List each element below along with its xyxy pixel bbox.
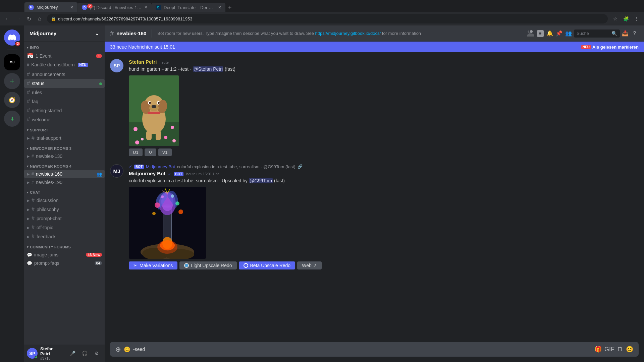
category-newcomer4[interactable]: ▾ NEWCOMER ROOMS 4 bbox=[24, 163, 105, 170]
link-icon[interactable]: 🔗 bbox=[298, 164, 303, 169]
sidebar-item-trial-support[interactable]: ▶ # trial-support bbox=[24, 134, 105, 142]
sidebar-item-image-jams[interactable]: 💬 image-jams 46 New bbox=[24, 251, 105, 259]
address-bar[interactable]: 🔒 discord.com/channels/66226797698429747… bbox=[47, 14, 608, 23]
inbox-icon[interactable]: 📥 bbox=[621, 29, 629, 38]
sidebar-item-philosophy[interactable]: ▶ # philosophy bbox=[24, 205, 105, 214]
tab-midjourney[interactable]: M Midjourney ✕ bbox=[24, 2, 78, 12]
explore-button[interactable]: 🧭 bbox=[4, 92, 20, 108]
settings-button[interactable]: ⚙ bbox=[91, 348, 102, 359]
new-badge-bar: NEU bbox=[581, 45, 591, 49]
expand-arrow-icon-disc: ▶ bbox=[27, 198, 30, 203]
sidebar-item-prompt-faqs[interactable]: 💬 prompt-faqs 84 bbox=[24, 259, 105, 267]
category-chat[interactable]: ▾ CHAT bbox=[24, 189, 105, 196]
members-toggle-button[interactable] bbox=[527, 29, 535, 38]
sidebar-item-faq[interactable]: # faq bbox=[24, 97, 105, 106]
channel-docs-link[interactable]: https://midjourney.gitbook.io/docs/ bbox=[315, 31, 381, 36]
members-icon: 👥 bbox=[97, 172, 102, 177]
sidebar-item-discussion[interactable]: ▶ # discussion bbox=[24, 196, 105, 205]
category-newcomer3[interactable]: ▾ NEWCOMER ROOMS 3 bbox=[24, 145, 105, 152]
sidebar-item-newbies-160[interactable]: ▶ # newbies-160 👥 bbox=[24, 170, 105, 178]
gift-icon[interactable]: 🎁 bbox=[594, 346, 602, 353]
tab-label-discord: (2) Discord | #newbies-160 | Mid... bbox=[90, 5, 142, 10]
sidebar-item-status[interactable]: # status bbox=[24, 79, 105, 88]
svg-point-16 bbox=[158, 102, 160, 104]
members-icon-header[interactable]: 👥 bbox=[565, 29, 573, 38]
refresh-button[interactable]: ↻ bbox=[145, 148, 156, 156]
hash-icon: # bbox=[27, 71, 30, 77]
category-info[interactable]: ▾ INFO bbox=[24, 44, 105, 51]
forum-icon-pf: 💬 bbox=[27, 261, 32, 266]
menu-button[interactable]: ⋮ bbox=[632, 14, 641, 23]
tab-discord[interactable]: D (2) Discord | #newbies-160 | Mid... 2 … bbox=[78, 3, 152, 12]
reload-button[interactable]: ↻ bbox=[24, 14, 34, 23]
light-upscale-redo-label: Light Upscale Redo bbox=[191, 263, 232, 268]
thread-icon[interactable] bbox=[536, 29, 544, 38]
sidebar-item-event[interactable]: 📅 1 Event 1 bbox=[24, 51, 105, 60]
category-community[interactable]: ▾ COMMUNITY FORUMS bbox=[24, 244, 105, 250]
sidebar-item-rules[interactable]: # rules bbox=[24, 88, 105, 97]
home-icon[interactable]: 2 bbox=[4, 29, 20, 46]
sidebar-item-feedback[interactable]: ▶ # feedback bbox=[24, 232, 105, 241]
mark-read-button[interactable]: NEU Als gelesen markieren bbox=[581, 45, 639, 50]
tab-deepl[interactable]: D DeepL Translate – Der präziseste... ✕ bbox=[152, 3, 225, 12]
deafen-button[interactable]: 🎧 bbox=[79, 348, 90, 359]
hash-icon-pc: # bbox=[32, 216, 35, 222]
web-button[interactable]: Web ↗ bbox=[297, 261, 321, 269]
sticker-icon[interactable]: 🗒 bbox=[617, 346, 623, 353]
beta-upscale-redo-button[interactable]: Beta Upscale Redo bbox=[239, 261, 296, 269]
beta-upscale-icon bbox=[244, 263, 248, 268]
help-icon[interactable]: ? bbox=[631, 29, 639, 38]
bot-badge: BOT bbox=[174, 172, 183, 176]
new-tab-button[interactable]: + bbox=[225, 3, 234, 12]
verified-icon: ✓ bbox=[168, 172, 171, 176]
search-box[interactable]: 🔍 bbox=[574, 29, 620, 38]
svg-rect-17 bbox=[148, 112, 160, 114]
hash-icon-disc: # bbox=[32, 197, 35, 203]
category-support[interactable]: ▾ SUPPORT bbox=[24, 127, 105, 133]
add-attachment-icon[interactable]: ⊕ bbox=[115, 345, 121, 353]
tab-close-icon[interactable]: ✕ bbox=[70, 5, 73, 10]
search-input[interactable] bbox=[577, 31, 610, 36]
light-upscale-redo-button[interactable]: Light Upscale Redo bbox=[179, 261, 236, 269]
bot-badge-small: BOT bbox=[134, 165, 144, 169]
verified-check-icon: ✓ bbox=[129, 164, 132, 169]
tab-close-icon-discord[interactable]: ✕ bbox=[144, 5, 148, 10]
sidebar-item-announcements[interactable]: # announcements bbox=[24, 70, 105, 79]
sidebar-item-newbies-190[interactable]: ▶ # newbies-190 bbox=[24, 178, 105, 186]
u1-button[interactable]: U1 bbox=[129, 148, 143, 156]
v1-button[interactable]: V1 bbox=[158, 148, 172, 156]
back-button[interactable]: ← bbox=[3, 14, 12, 23]
make-variations-label: Make Variations bbox=[140, 263, 173, 268]
beta-upscale-redo-label: Beta Upscale Redo bbox=[250, 263, 291, 268]
sidebar-item-newbies-130[interactable]: ▶ # newbies-130 bbox=[24, 152, 105, 160]
expand-arrow-icon-190: ▶ bbox=[27, 180, 30, 185]
message-group-1: SP Stefan Petri heute hund im garten --a… bbox=[105, 58, 644, 158]
sidebar-item-welcome[interactable]: # welcome bbox=[24, 115, 105, 124]
sidebar-item-off-topic[interactable]: ▶ # off-topic bbox=[24, 223, 105, 232]
event-icon: 📅 bbox=[27, 53, 34, 59]
make-variations-button[interactable]: ✂ Make Variations bbox=[129, 261, 177, 269]
channel-header: # newbies-160 Bot room for new users. Ty… bbox=[105, 25, 644, 42]
home-notification-badge: 2 bbox=[15, 41, 21, 46]
mute-button[interactable]: 🎤 bbox=[67, 348, 78, 359]
emoji-picker-icon[interactable]: 😊 bbox=[626, 346, 633, 353]
download-button[interactable]: ⬇ bbox=[4, 111, 20, 127]
bookmark-button[interactable]: ☆ bbox=[610, 14, 620, 23]
sidebar-item-browse-channels[interactable]: # Kanäle durchstöbern NEU bbox=[24, 61, 105, 69]
forward-button[interactable]: → bbox=[13, 14, 23, 23]
home-button[interactable]: ⌂ bbox=[35, 14, 44, 23]
message-text-2: colorful explosion in a test tube, surre… bbox=[129, 178, 639, 184]
sidebar-item-prompt-chat[interactable]: ▶ # prompt-chat bbox=[24, 214, 105, 223]
notification-icon[interactable]: 🔔 bbox=[546, 29, 554, 38]
avatar: SP bbox=[27, 348, 38, 359]
message-input[interactable] bbox=[133, 343, 592, 355]
tab-close-icon-deepl[interactable]: ✕ bbox=[218, 5, 221, 10]
gif-icon[interactable]: GIF bbox=[604, 346, 614, 353]
svg-point-39 bbox=[171, 194, 174, 198]
sidebar-item-getting-started[interactable]: # getting-started bbox=[24, 106, 105, 115]
server-name-header[interactable]: Midjourney ⌄ bbox=[24, 25, 105, 42]
midjourney-server-icon[interactable]: MJ bbox=[4, 54, 20, 70]
pin-icon[interactable]: 📌 bbox=[555, 29, 563, 38]
add-server-button[interactable]: + bbox=[4, 73, 20, 89]
extensions-button[interactable]: 🧩 bbox=[621, 14, 631, 23]
